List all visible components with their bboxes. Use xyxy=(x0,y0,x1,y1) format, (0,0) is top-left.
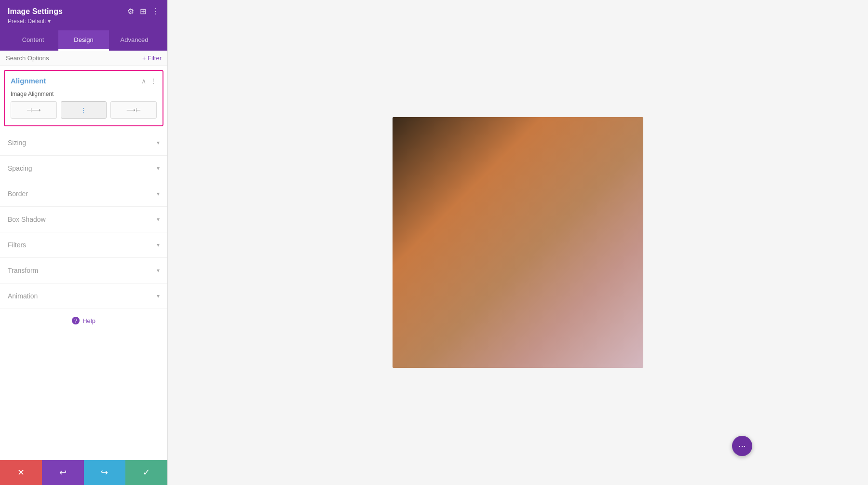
spacing-title: Spacing xyxy=(8,164,32,172)
transform-chevron: ▾ xyxy=(157,267,160,274)
align-center-icon: ⋮ xyxy=(81,107,87,114)
sizing-header[interactable]: Sizing ▾ xyxy=(0,130,167,155)
sidebar-footer: ✕ ↩ ↪ ✓ xyxy=(0,460,167,485)
animation-title: Animation xyxy=(8,292,38,300)
title-row: Image Settings ⚙ ⊞ ⋮ xyxy=(8,7,160,16)
undo-button[interactable]: ↩ xyxy=(42,460,84,485)
section-spacing: Spacing ▾ xyxy=(0,156,167,181)
section-border: Border ▾ xyxy=(0,181,167,207)
alignment-header-controls: ∧ ⋮ xyxy=(141,77,157,85)
help-link[interactable]: ? Help xyxy=(0,309,167,332)
more-icon[interactable]: ⋮ xyxy=(152,7,160,16)
border-header[interactable]: Border ▾ xyxy=(0,181,167,206)
tab-content[interactable]: Content xyxy=(8,30,58,51)
align-right-icon: ⟶⊢ xyxy=(126,107,141,114)
transform-title: Transform xyxy=(8,267,38,274)
sidebar-content: Alignment ∧ ⋮ Image Alignment ⊣⟶ ⋮ ⟶⊢ xyxy=(0,66,167,460)
fab-button[interactable]: ··· xyxy=(732,436,752,456)
sizing-chevron: ▾ xyxy=(157,139,160,146)
tab-bar: Content Design Advanced xyxy=(8,30,160,51)
align-center-button[interactable]: ⋮ xyxy=(61,101,107,119)
filters-title: Filters xyxy=(8,241,26,249)
transform-header[interactable]: Transform ▾ xyxy=(0,258,167,283)
tab-advanced[interactable]: Advanced xyxy=(109,30,160,51)
align-left-button[interactable]: ⊣⟶ xyxy=(11,101,57,119)
section-animation: Animation ▾ xyxy=(0,283,167,309)
section-sizing: Sizing ▾ xyxy=(0,130,167,156)
section-more-icon[interactable]: ⋮ xyxy=(150,77,157,85)
search-input[interactable] xyxy=(6,54,142,62)
box-shadow-title: Box Shadow xyxy=(8,216,46,223)
panel-title: Image Settings xyxy=(8,7,63,16)
layout-icon[interactable]: ⊞ xyxy=(140,7,146,16)
box-shadow-chevron: ▾ xyxy=(157,216,160,223)
box-shadow-header[interactable]: Box Shadow ▾ xyxy=(0,207,167,232)
filters-chevron: ▾ xyxy=(157,242,160,248)
filter-button[interactable]: + Filter xyxy=(142,54,162,62)
border-chevron: ▾ xyxy=(157,190,160,197)
section-transform: Transform ▾ xyxy=(0,258,167,283)
section-box-shadow: Box Shadow ▾ xyxy=(0,207,167,232)
alignment-title: Alignment xyxy=(11,77,46,85)
canvas-image xyxy=(393,117,643,368)
header-icons: ⚙ ⊞ ⋮ xyxy=(127,7,160,16)
sidebar-header: Image Settings ⚙ ⊞ ⋮ Preset: Default Con… xyxy=(0,0,167,51)
redo-button[interactable]: ↪ xyxy=(84,460,126,485)
search-bar: + Filter xyxy=(0,51,167,66)
section-alignment: Alignment ∧ ⋮ Image Alignment ⊣⟶ ⋮ ⟶⊢ xyxy=(4,70,163,126)
collapse-icon[interactable]: ∧ xyxy=(141,77,146,85)
filters-header[interactable]: Filters ▾ xyxy=(0,232,167,257)
fab-icon: ··· xyxy=(738,441,746,451)
align-right-button[interactable]: ⟶⊢ xyxy=(110,101,157,119)
spacing-header[interactable]: Spacing ▾ xyxy=(0,156,167,181)
border-title: Border xyxy=(8,190,28,198)
animation-header[interactable]: Animation ▾ xyxy=(0,283,167,309)
alignment-body: Image Alignment ⊣⟶ ⋮ ⟶⊢ xyxy=(5,89,163,125)
sizing-title: Sizing xyxy=(8,139,26,147)
animation-chevron: ▾ xyxy=(157,293,160,299)
settings-icon[interactable]: ⚙ xyxy=(127,7,134,16)
align-left-icon: ⊣⟶ xyxy=(27,107,41,114)
help-icon: ? xyxy=(72,317,80,324)
tab-design[interactable]: Design xyxy=(58,30,109,51)
alignment-button-group: ⊣⟶ ⋮ ⟶⊢ xyxy=(11,101,157,119)
image-alignment-label: Image Alignment xyxy=(11,91,157,97)
alignment-section-header[interactable]: Alignment ∧ ⋮ xyxy=(5,71,163,89)
section-filters: Filters ▾ xyxy=(0,232,167,258)
cancel-button[interactable]: ✕ xyxy=(0,460,42,485)
main-canvas: ··· xyxy=(168,0,868,485)
sidebar: Image Settings ⚙ ⊞ ⋮ Preset: Default Con… xyxy=(0,0,168,485)
preset-label[interactable]: Preset: Default xyxy=(8,18,160,25)
save-button[interactable]: ✓ xyxy=(125,460,167,485)
spacing-chevron: ▾ xyxy=(157,165,160,172)
help-label: Help xyxy=(82,317,95,324)
